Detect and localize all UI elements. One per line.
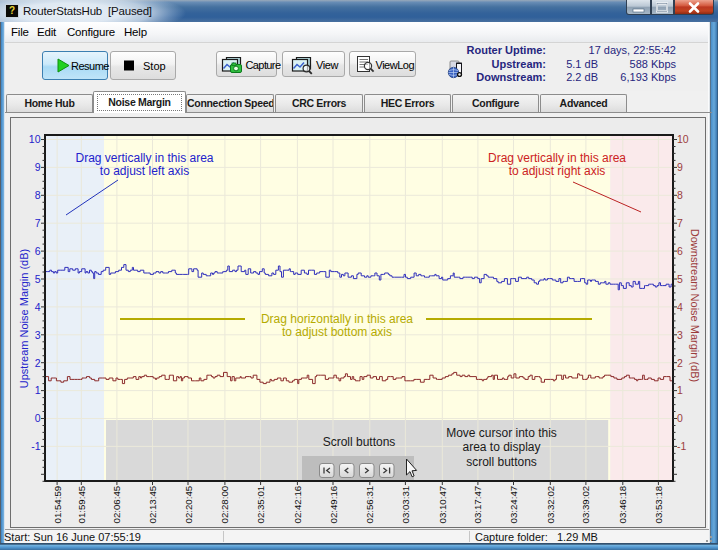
- svg-text:4: 4: [677, 301, 683, 313]
- svg-text:02:35:01: 02:35:01: [255, 486, 266, 524]
- svg-text:03:46:18: 03:46:18: [617, 486, 628, 524]
- svg-text:10: 10: [677, 133, 689, 145]
- svg-text:9: 9: [35, 161, 41, 173]
- svg-text:Drag vertically in this area: Drag vertically in this area: [488, 151, 626, 165]
- svg-text:02:13:45: 02:13:45: [147, 486, 158, 524]
- svg-text:03:53:18: 03:53:18: [653, 486, 664, 524]
- svg-text:5: 5: [35, 273, 41, 285]
- svg-text:1: 1: [677, 384, 683, 396]
- svg-text:01:54:59: 01:54:59: [52, 486, 63, 524]
- svg-text:Downstream Noise Margin (dB): Downstream Noise Margin (dB): [689, 229, 701, 382]
- svg-text:02:56:31: 02:56:31: [364, 486, 375, 524]
- svg-text:2: 2: [677, 357, 683, 369]
- svg-text:03:24:47: 03:24:47: [508, 486, 519, 524]
- svg-text:8: 8: [677, 189, 683, 201]
- svg-text:3: 3: [677, 329, 683, 341]
- svg-text:02:20:45: 02:20:45: [183, 486, 194, 524]
- svg-text:to adjust bottom axis: to adjust bottom axis: [282, 325, 392, 339]
- svg-text:-1: -1: [31, 440, 40, 452]
- svg-text:9: 9: [677, 161, 683, 173]
- svg-text:to adjust right axis: to adjust right axis: [509, 164, 606, 178]
- svg-text:6: 6: [677, 245, 683, 257]
- svg-text:10: 10: [29, 133, 41, 145]
- svg-text:03:17:47: 03:17:47: [472, 486, 483, 524]
- svg-text:8: 8: [35, 189, 41, 201]
- svg-text:7: 7: [35, 217, 41, 229]
- svg-text:03:10:47: 03:10:47: [437, 486, 448, 524]
- svg-text:-1: -1: [677, 440, 686, 452]
- svg-text:area to display: area to display: [462, 440, 540, 454]
- svg-text:0: 0: [35, 412, 41, 424]
- svg-text:03:39:02: 03:39:02: [580, 486, 591, 524]
- svg-text:Move cursor into this: Move cursor into this: [446, 426, 557, 440]
- svg-text:Upstream Noise Margin (dB): Upstream Noise Margin (dB): [18, 249, 30, 388]
- svg-text:2: 2: [35, 357, 41, 369]
- svg-text:Drag vertically in this area: Drag vertically in this area: [75, 151, 213, 165]
- svg-text:3: 3: [35, 329, 41, 341]
- svg-text:02:42:16: 02:42:16: [292, 486, 303, 524]
- svg-text:03:32:02: 03:32:02: [545, 486, 556, 524]
- svg-text:scroll buttons: scroll buttons: [466, 455, 537, 469]
- svg-text:02:49:16: 02:49:16: [328, 486, 339, 524]
- svg-text:1: 1: [35, 384, 41, 396]
- svg-text:Scroll buttons: Scroll buttons: [323, 435, 396, 449]
- svg-text:7: 7: [677, 217, 683, 229]
- svg-text:5: 5: [677, 273, 683, 285]
- svg-text:02:28:00: 02:28:00: [219, 485, 230, 523]
- svg-text:01:59:45: 01:59:45: [76, 486, 87, 524]
- svg-text:Drag horizontally in this area: Drag horizontally in this area: [261, 312, 413, 326]
- svg-text:4: 4: [35, 301, 41, 313]
- svg-text:0: 0: [677, 412, 683, 424]
- svg-text:02:06:45: 02:06:45: [111, 486, 122, 524]
- svg-text:6: 6: [35, 245, 41, 257]
- svg-text:03:03:31: 03:03:31: [400, 486, 411, 524]
- svg-text:to adjust left axis: to adjust left axis: [100, 164, 189, 178]
